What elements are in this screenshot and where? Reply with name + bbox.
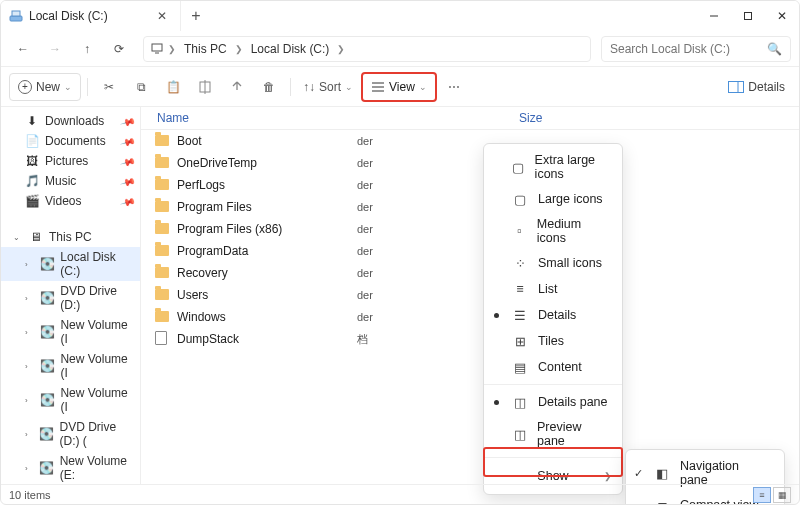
file-row[interactable]: OneDriveTempder bbox=[141, 152, 799, 174]
new-tab-button[interactable]: + bbox=[181, 1, 211, 31]
tab-title: Local Disk (C:) bbox=[29, 9, 148, 23]
view-button[interactable]: View ⌄ bbox=[361, 72, 437, 102]
back-button[interactable]: ← bbox=[9, 35, 37, 63]
file-row[interactable]: Bootder bbox=[141, 130, 799, 152]
maximize-button[interactable] bbox=[731, 1, 765, 31]
folder-icon: 🎵 bbox=[25, 174, 39, 188]
menu-item[interactable]: ▫Medium icons bbox=[484, 212, 622, 250]
cut-button[interactable]: ✂ bbox=[94, 73, 124, 101]
search-box[interactable]: 🔍 bbox=[601, 36, 791, 62]
xl-icon: ▢ bbox=[512, 159, 525, 175]
close-icon[interactable]: ✕ bbox=[154, 8, 170, 24]
menu-item[interactable]: ▤Content bbox=[484, 354, 622, 380]
sort-button[interactable]: ↑↓ Sort ⌄ bbox=[297, 73, 359, 101]
minimize-button[interactable] bbox=[697, 1, 731, 31]
folder-icon: 🖼 bbox=[25, 154, 39, 168]
menu-item[interactable]: ⊞Tiles bbox=[484, 328, 622, 354]
sidebar-item-drive[interactable]: ›💽DVD Drive (D:) ( bbox=[1, 417, 140, 451]
sidebar-item-drive[interactable]: ›💽New Volume (E: bbox=[1, 451, 140, 484]
file-name: DumpStack bbox=[177, 332, 357, 346]
new-button[interactable]: + New ⌄ bbox=[9, 73, 81, 101]
sidebar-label: Music bbox=[45, 174, 76, 188]
sidebar-item-drive[interactable]: ›💽Local Disk (C:) bbox=[1, 247, 140, 281]
paste-button[interactable]: 📋 bbox=[158, 73, 188, 101]
window-close-button[interactable]: ✕ bbox=[765, 1, 799, 31]
column-name[interactable]: Name bbox=[141, 107, 511, 129]
sidebar: ⬇Downloads📌📄Documents📌🖼Pictures📌🎵Music📌🎬… bbox=[1, 107, 141, 484]
sidebar-item[interactable]: ⬇Downloads📌 bbox=[1, 111, 140, 131]
sidebar-item[interactable]: 📄Documents📌 bbox=[1, 131, 140, 151]
up-button[interactable]: ↑ bbox=[73, 35, 101, 63]
details-toggle[interactable]: Details bbox=[722, 80, 791, 94]
thumbnails-view-button[interactable]: ▦ bbox=[773, 487, 791, 503]
sidebar-item[interactable]: 🖼Pictures📌 bbox=[1, 151, 140, 171]
status-text: 10 items bbox=[9, 489, 51, 501]
chevron-right-icon: › bbox=[25, 294, 34, 303]
forward-button[interactable]: → bbox=[41, 35, 69, 63]
menu-item[interactable]: ▢Large icons bbox=[484, 186, 622, 212]
sidebar-item-drive[interactable]: ›💽New Volume (I bbox=[1, 349, 140, 383]
menu-item[interactable]: ⁘Small icons bbox=[484, 250, 622, 276]
search-input[interactable] bbox=[610, 42, 761, 56]
chevron-right-icon: › bbox=[25, 328, 34, 337]
file-row[interactable]: Recoveryder bbox=[141, 262, 799, 284]
sidebar-item-drive[interactable]: ›💽New Volume (I bbox=[1, 315, 140, 349]
file-name: Boot bbox=[177, 134, 357, 148]
file-row[interactable]: Program Filesder bbox=[141, 196, 799, 218]
menu-label: Navigation pane bbox=[680, 459, 770, 487]
chevron-right-icon: ❯ bbox=[604, 471, 612, 481]
file-row[interactable]: Program Files (x86)der bbox=[141, 218, 799, 240]
menu-label: Medium icons bbox=[537, 217, 608, 245]
chevron-down-icon: ⌄ bbox=[419, 82, 427, 92]
details-view-button[interactable]: ≡ bbox=[753, 487, 771, 503]
address-bar[interactable]: ❯ This PC ❯ Local Disk (C:) ❯ bbox=[143, 36, 591, 62]
menu-item[interactable]: ◫Preview pane bbox=[484, 415, 622, 453]
pc-icon: 🖥 bbox=[29, 230, 43, 244]
sidebar-label: New Volume (I bbox=[60, 318, 134, 346]
tiles-icon: ⊞ bbox=[512, 333, 528, 349]
window-tab[interactable]: Local Disk (C:) ✕ bbox=[1, 1, 181, 31]
svg-rect-4 bbox=[152, 44, 162, 51]
more-button[interactable]: ⋯ bbox=[439, 73, 469, 101]
ppane-icon: ◫ bbox=[512, 426, 527, 442]
menu-item[interactable]: ◫Details pane bbox=[484, 389, 622, 415]
svg-rect-11 bbox=[729, 81, 744, 92]
delete-button[interactable]: 🗑 bbox=[254, 73, 284, 101]
sidebar-item[interactable]: 🎵Music📌 bbox=[1, 171, 140, 191]
copy-button[interactable]: ⧉ bbox=[126, 73, 156, 101]
breadcrumb[interactable]: This PC bbox=[180, 40, 231, 58]
check-icon bbox=[494, 400, 499, 405]
share-button[interactable] bbox=[222, 73, 252, 101]
refresh-button[interactable]: ⟳ bbox=[105, 35, 133, 63]
file-row[interactable]: Windowsder bbox=[141, 306, 799, 328]
menu-item[interactable]: ≡List bbox=[484, 276, 622, 302]
menu-label: Small icons bbox=[538, 256, 602, 270]
rename-button[interactable] bbox=[190, 73, 220, 101]
chevron-right-icon: › bbox=[25, 396, 34, 405]
chevron-right-icon: ❯ bbox=[337, 44, 345, 54]
file-row[interactable]: DumpStack档12 KB bbox=[141, 328, 799, 350]
chevron-down-icon: ⌄ bbox=[64, 82, 72, 92]
folder-icon: ⬇ bbox=[25, 114, 39, 128]
file-row[interactable]: ProgramDatader bbox=[141, 240, 799, 262]
sidebar-label: DVD Drive (D:) ( bbox=[60, 420, 134, 448]
md-icon: ▫ bbox=[512, 223, 527, 239]
folder-icon bbox=[155, 201, 169, 212]
file-name: Program Files bbox=[177, 200, 357, 214]
file-row[interactable]: Usersder bbox=[141, 284, 799, 306]
sidebar-item-drive[interactable]: ›💽New Volume (I bbox=[1, 383, 140, 417]
column-size[interactable]: Size bbox=[511, 107, 591, 129]
sidebar-item-thispc[interactable]: ⌄ 🖥 This PC bbox=[1, 227, 140, 247]
pin-icon: 📌 bbox=[120, 173, 136, 189]
menu-item[interactable]: ☰Details bbox=[484, 302, 622, 328]
folder-icon: 📄 bbox=[25, 134, 39, 148]
sidebar-item-drive[interactable]: ›💽DVD Drive (D:) bbox=[1, 281, 140, 315]
sidebar-item[interactable]: 🎬Videos📌 bbox=[1, 191, 140, 211]
file-row[interactable]: PerfLogsder bbox=[141, 174, 799, 196]
pin-icon: 📌 bbox=[120, 193, 136, 209]
svg-rect-1 bbox=[12, 11, 20, 16]
breadcrumb[interactable]: Local Disk (C:) bbox=[247, 40, 334, 58]
menu-item[interactable]: ▢Extra large icons bbox=[484, 148, 622, 186]
sidebar-label: Local Disk (C:) bbox=[60, 250, 134, 278]
menu-label: Details bbox=[538, 308, 576, 322]
